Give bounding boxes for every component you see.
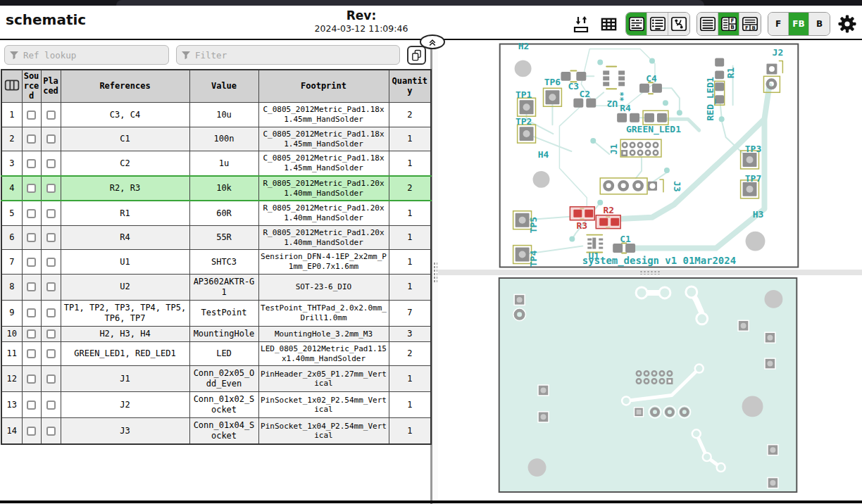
- ref-lookup-input[interactable]: [4, 45, 169, 65]
- pcb-rect: [618, 70, 625, 75]
- pcb-circle: [677, 110, 682, 115]
- table-row[interactable]: 9TP1, TP2, TP3, TP4, TP5, TP6, TP7TestPo…: [1, 300, 431, 326]
- vertical-splitter[interactable]: [432, 40, 438, 504]
- layout-split-vertical-button[interactable]: FB: [718, 13, 739, 35]
- splitter-handle[interactable]: [433, 262, 437, 283]
- table-row[interactable]: 5R160RR_0805_2012Metric_Pad1.20x1.40mm_H…: [1, 201, 431, 225]
- copy-icon: [411, 49, 422, 61]
- pcb-rect: [592, 238, 596, 249]
- cell-sourced-checkbox[interactable]: [27, 349, 36, 358]
- pcb-rect: [639, 84, 649, 93]
- cell-sourced-checkbox[interactable]: [27, 329, 36, 339]
- cell-sourced-checkbox[interactable]: [27, 308, 36, 317]
- double-chevron-up-icon: [427, 38, 438, 46]
- header-references[interactable]: References: [61, 70, 189, 103]
- rev-label: Rev:: [315, 8, 408, 23]
- pcb-rect: [617, 113, 627, 122]
- cell-sourced-checkbox[interactable]: [27, 374, 36, 384]
- pcb-circle: [686, 286, 697, 298]
- pcb-circle: [746, 232, 766, 251]
- pcb-circle: [767, 361, 773, 367]
- table-row[interactable]: 3C21uC_0805_2012Metric_Pad1.18x1.45mm_Ha…: [1, 151, 431, 176]
- cell-sourced-checkbox[interactable]: [27, 258, 36, 267]
- header-placed[interactable]: Placed: [41, 70, 61, 103]
- filter-input[interactable]: [176, 45, 400, 65]
- pcb-silkscreen-label: H2: [518, 41, 530, 51]
- cell-footprint: TestPoint_THTPad_2.0x2.0mm_Drill1.0mm: [258, 300, 389, 326]
- cell-sourced-checkbox[interactable]: [27, 209, 36, 218]
- layer-frontback-button[interactable]: FB: [789, 13, 809, 35]
- layout-bom-only-button[interactable]: [697, 13, 718, 35]
- cell-placed-checkbox[interactable]: [46, 258, 56, 267]
- header-value[interactable]: Value: [189, 70, 258, 103]
- pcb-silkscreen-label: TP6: [544, 77, 561, 87]
- cell-sourced-checkbox[interactable]: [27, 427, 36, 436]
- cell-placed-checkbox[interactable]: [46, 282, 56, 291]
- cell-sourced: [22, 341, 41, 366]
- pcb-silkscreen-label: TP7: [745, 173, 761, 184]
- pcb-canvas-back[interactable]: [438, 275, 862, 504]
- layout-split-horizontal-button[interactable]: FB: [739, 13, 761, 35]
- cell-placed-checkbox[interactable]: [46, 209, 56, 218]
- table-row[interactable]: 12J1Conn_02x05_Odd_EvenPinHeader_2x05_P1…: [1, 366, 431, 392]
- cell-sourced-checkbox[interactable]: [27, 401, 36, 410]
- netlist-button[interactable]: [668, 13, 689, 35]
- cell-placed-checkbox[interactable]: [46, 159, 56, 168]
- cell-sourced-checkbox[interactable]: [27, 111, 36, 120]
- cell-placed-checkbox[interactable]: [46, 111, 56, 120]
- header-quantity[interactable]: Quantity: [389, 70, 431, 103]
- table-row[interactable]: 11GREEN_LED1, RED_LED1LEDLED_0805_2012Me…: [1, 341, 431, 366]
- header-sourced[interactable]: Sourced: [22, 70, 41, 103]
- pcb-back-render: [438, 275, 862, 504]
- layer-back-button[interactable]: B: [809, 13, 830, 35]
- cell-sourced: [22, 300, 41, 326]
- table-row[interactable]: 2C1100nC_0805_2012Metric_Pad1.18x1.45mm_…: [1, 127, 431, 151]
- copy-button[interactable]: [407, 46, 426, 65]
- table-row[interactable]: 10H2, H3, H4MountingHoleMountingHole_3.2…: [1, 326, 431, 341]
- cell-placed-checkbox[interactable]: [46, 427, 56, 436]
- cell-placed-checkbox[interactable]: [46, 308, 56, 317]
- cell-placed-checkbox[interactable]: [46, 184, 56, 193]
- table-row[interactable]: 6R455RR_0805_2012Metric_Pad1.20x1.40mm_H…: [1, 225, 431, 250]
- button-group: FFBB: [768, 12, 830, 36]
- pcb-canvas-front[interactable]: H2TP6TP1TP2C3C2U2**C4R4GREEN_LED1J1H4J3T…: [438, 40, 862, 270]
- cell-value: SHTC3: [189, 250, 258, 275]
- pcb-circle: [650, 183, 656, 189]
- cell-placed-checkbox[interactable]: [46, 401, 56, 410]
- cell-placed-checkbox[interactable]: [46, 233, 56, 242]
- cell-sourced-checkbox[interactable]: [27, 159, 36, 168]
- cell-placed-checkbox[interactable]: [46, 134, 56, 144]
- pcb-circle: [663, 100, 668, 106]
- table-row[interactable]: 13J2Conn_01x02_SocketPinSocket_1x02_P2.5…: [1, 392, 431, 418]
- stats-button[interactable]: [598, 13, 619, 34]
- cell-sourced-checkbox[interactable]: [27, 184, 36, 193]
- bom-grouped-button[interactable]: [626, 13, 647, 35]
- hide-topbar-button[interactable]: [420, 34, 445, 49]
- column-settings-header[interactable]: [1, 70, 22, 103]
- pcb-circle: [770, 480, 775, 486]
- splitter-handle[interactable]: [639, 270, 661, 275]
- pcb-rect: [561, 72, 570, 81]
- bom-ungrouped-button[interactable]: [647, 13, 668, 35]
- pcb-circle: [528, 458, 546, 477]
- canvas-splitter[interactable]: [438, 270, 862, 275]
- header-footprint[interactable]: Footprint: [258, 70, 389, 103]
- cell-placed-checkbox[interactable]: [46, 374, 56, 384]
- table-row[interactable]: 7U1SHTC3Sensirion_DFN-4-1EP_2x2mm_P1mm_E…: [1, 250, 431, 275]
- cell-sourced-checkbox[interactable]: [27, 282, 36, 291]
- table-row[interactable]: 4R2, R310kR_0805_2012Metric_Pad1.20x1.40…: [1, 176, 431, 201]
- table-row[interactable]: 8U2AP3602AKTR-G1SOT-23-6_DIO1: [1, 274, 431, 300]
- cell-sourced-checkbox[interactable]: [27, 134, 36, 144]
- cell-sourced: [22, 392, 41, 418]
- cell-placed-checkbox[interactable]: [46, 349, 56, 358]
- settings-button[interactable]: [837, 13, 858, 34]
- pcb-silkscreen-label: C1: [620, 234, 631, 244]
- io-button[interactable]: [570, 13, 592, 34]
- cell-sourced-checkbox[interactable]: [27, 233, 36, 242]
- table-row[interactable]: 1C3, C410uC_0805_2012Metric_Pad1.18x1.45…: [1, 103, 431, 127]
- layer-front-button[interactable]: F: [768, 13, 789, 35]
- pcb-silkscreen-label: R2: [603, 205, 614, 215]
- cell-placed-checkbox[interactable]: [46, 329, 56, 339]
- table-row[interactable]: 14J3Conn_01x04_SocketPinSocket_1x04_P2.5…: [1, 418, 431, 445]
- cell-row-number: 5: [1, 201, 22, 225]
